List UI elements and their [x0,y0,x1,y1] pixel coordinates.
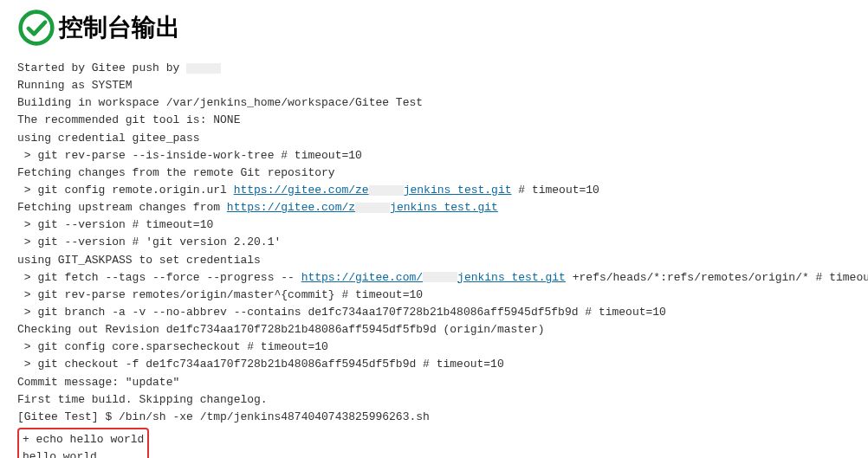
console-line: Checking out Revision de1fc734aa170f728b… [17,321,851,339]
console-output: Started by Gitee push by Running as SYST… [17,60,851,458]
redacted-text [423,272,457,282]
repo-link[interactable]: jenkins_test.git [404,184,512,197]
console-line: + echo hello world [23,431,144,448]
console-line: The recommended git tool is: NONE [17,112,851,129]
repo-link[interactable]: https://gitee.com/z [227,201,355,214]
console-line: Fetching changes from the remote Git rep… [17,164,851,182]
console-line: > git fetch --tags --force --progress --… [17,269,851,287]
page-title: 控制台输出 [59,11,180,44]
console-line: > git rev-parse remotes/origin/master^{c… [17,287,851,304]
console-line: Started by Gitee push by [17,60,851,77]
repo-link[interactable]: jenkins_test.git [390,201,498,214]
console-line: > git branch -a -v --no-abbrev --contain… [17,304,851,321]
console-line: [Gitee Test] $ /bin/sh -xe /tmp/jenkins4… [17,409,851,426]
repo-link[interactable]: https://gitee.com/ [301,271,423,284]
console-line: using credential gitee_pass [17,130,851,147]
console-line: > git checkout -f de1fc734aa170f728b21b4… [17,356,851,373]
svg-point-0 [21,12,53,44]
repo-link[interactable]: https://gitee.com/ze [234,184,369,197]
console-line: > git --version # 'git version 2.20.1' [17,234,851,251]
console-line: Building in workspace /var/jenkins_home/… [17,94,851,112]
console-line: using GIT_ASKPASS to set credentials [17,252,851,269]
console-line: Commit message: "update" [17,374,851,391]
repo-link[interactable]: jenkins_test.git [457,271,566,284]
highlighted-output-box: + echo hello worldhello worldFinished: S… [17,428,149,458]
console-line: hello world [23,448,144,458]
redacted-text [369,185,404,196]
console-line: Fetching upstream changes from https://g… [17,199,851,216]
redacted-text [355,203,390,213]
console-line: First time build. Skipping changelog. [17,391,851,409]
success-circle-icon [17,9,55,47]
console-header: 控制台输出 [17,9,851,47]
console-line: > git config core.sparsecheckout # timeo… [17,339,851,356]
console-line: > git config remote.origin.url https://g… [17,182,851,199]
console-line: Running as SYSTEM [17,77,851,94]
console-line: > git --version # timeout=10 [17,216,851,234]
redacted-text [186,63,221,74]
console-line: > git rev-parse --is-inside-work-tree # … [17,147,851,164]
